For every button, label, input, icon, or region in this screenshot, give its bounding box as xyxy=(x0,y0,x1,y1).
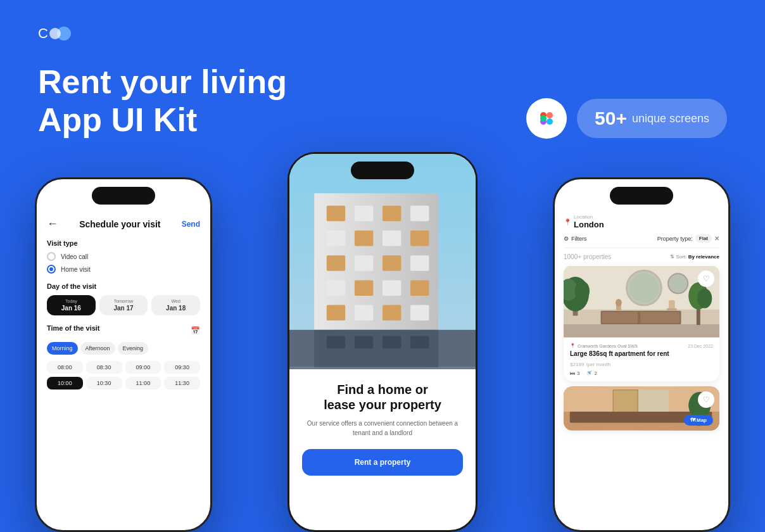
svg-rect-20 xyxy=(355,280,373,296)
svg-rect-13 xyxy=(382,231,401,246)
svg-point-1 xyxy=(547,112,553,118)
svg-rect-42 xyxy=(602,312,638,324)
svg-rect-15 xyxy=(327,255,345,271)
time-tabs: Morning Afternoon Evening xyxy=(47,342,200,355)
svg-rect-48 xyxy=(564,324,719,338)
svg-rect-10 xyxy=(410,206,429,222)
tab-evening[interactable]: Evening xyxy=(118,342,149,355)
day-wed[interactable]: Wed Jan 18 xyxy=(151,295,200,315)
radio-dot-home xyxy=(49,267,53,271)
beds-amenity: 🛏 3 xyxy=(570,370,579,376)
building-svg xyxy=(289,154,476,369)
svg-rect-22 xyxy=(410,280,429,296)
svg-rect-26 xyxy=(410,305,429,321)
card-1-amenities: 🛏 3 🚿 2 xyxy=(570,370,713,376)
find-home-content: Find a home or lease your property Our s… xyxy=(289,369,476,486)
logo-circle-1 xyxy=(49,28,61,39)
phone-notch-center xyxy=(351,162,414,179)
send-button[interactable]: Send xyxy=(182,220,200,229)
radio-video-call[interactable]: Video call xyxy=(47,252,200,261)
calendar-icon[interactable]: 📅 xyxy=(191,326,200,335)
property-card-1-image: ♡ xyxy=(564,265,719,338)
svg-rect-9 xyxy=(382,206,401,222)
sort-control[interactable]: ⇅ Sort: By relevance xyxy=(670,254,719,260)
property-card-1[interactable]: ♡ 📍 Cranworth Gardens Oval SW9 23 Dec 20… xyxy=(564,265,719,381)
slot-0800[interactable]: 08:00 xyxy=(47,361,83,374)
svg-rect-30 xyxy=(355,336,373,349)
slot-0900[interactable]: 09:00 xyxy=(125,361,161,374)
location-info: Location London xyxy=(574,214,604,229)
screens-badge: 50+ unique screens xyxy=(577,99,727,138)
visit-type-group: Video call Home visit xyxy=(47,252,200,274)
svg-rect-25 xyxy=(382,305,401,321)
slot-0930[interactable]: 09:30 xyxy=(164,361,200,374)
svg-rect-47 xyxy=(667,308,677,311)
logo-text: C xyxy=(38,25,47,42)
card-1-meta: 📍 Cranworth Gardens Oval SW9 23 Dec 2022 xyxy=(570,343,713,348)
svg-rect-32 xyxy=(410,336,429,349)
property-type-tag: Flat xyxy=(695,234,712,243)
card-1-price: $2199 /per month xyxy=(570,359,713,368)
favorite-button-1[interactable]: ♡ xyxy=(698,270,714,287)
location-pin-icon: 📍 xyxy=(564,218,571,225)
property-card-2[interactable]: ♡ 🗺 Map xyxy=(564,386,719,431)
card-1-title: Large 836sq ft apartment for rent xyxy=(570,350,713,357)
svg-rect-23 xyxy=(327,305,345,321)
day-tomorrow[interactable]: Tomorrow Jan 17 xyxy=(99,295,148,315)
property-type-label: Property type: xyxy=(657,236,693,242)
svg-rect-12 xyxy=(355,231,373,246)
svg-point-51 xyxy=(697,289,712,308)
svg-rect-18 xyxy=(410,255,429,271)
back-button[interactable]: ← xyxy=(47,217,58,231)
header: C xyxy=(38,25,71,42)
tab-afternoon[interactable]: Afternoon xyxy=(80,342,115,355)
svg-rect-8 xyxy=(355,206,373,222)
day-selector: Today Jan 16 Tomorrow Jan 17 Wed Jan 18 xyxy=(47,295,200,315)
svg-point-45 xyxy=(616,299,622,307)
day-today[interactable]: Today Jan 16 xyxy=(47,295,96,315)
phone-notch-left xyxy=(92,187,155,205)
svg-point-4 xyxy=(540,115,547,122)
radio-home-visit[interactable]: Home visit xyxy=(47,265,200,274)
visit-type-label: Visit type xyxy=(47,239,200,247)
schedule-title: Schedule your visit xyxy=(79,219,160,229)
card-1-address: 📍 Cranworth Gardens Oval SW9 xyxy=(570,343,638,348)
remove-filter-button[interactable]: ✕ xyxy=(714,235,719,242)
svg-rect-21 xyxy=(382,280,401,296)
svg-rect-17 xyxy=(382,255,401,271)
slot-1030[interactable]: 10:30 xyxy=(86,377,122,390)
location-city: London xyxy=(574,220,604,229)
slot-1130[interactable]: 11:30 xyxy=(164,377,200,390)
svg-rect-14 xyxy=(410,231,429,246)
tomorrow-date: Jan 17 xyxy=(102,305,146,312)
property-type-filter: Property type: Flat ✕ xyxy=(657,234,719,243)
slot-1000[interactable]: 10:00 xyxy=(47,377,83,390)
headline-line1: Rent your living xyxy=(38,63,287,101)
card-1-date: 23 Dec 2022 xyxy=(688,344,713,348)
room-svg xyxy=(564,265,719,338)
time-header: Time of the visit 📅 xyxy=(47,324,200,337)
filters-button[interactable]: ⚙ Filters xyxy=(564,236,587,242)
phone-find-home: Find a home or lease your property Our s… xyxy=(288,152,477,532)
tab-morning[interactable]: Morning xyxy=(47,342,78,355)
logo: C xyxy=(38,25,71,42)
rent-property-button[interactable]: Rent a property xyxy=(302,449,463,476)
find-home-title: Find a home or lease your property xyxy=(302,382,463,412)
filters-label: Filters xyxy=(571,236,587,242)
radio-circle-home xyxy=(47,265,56,274)
favorite-button-2[interactable]: ♡ xyxy=(698,391,714,408)
slot-0830[interactable]: 08:30 xyxy=(86,361,122,374)
map-button[interactable]: 🗺 Map xyxy=(684,415,713,426)
slot-1100[interactable]: 11:00 xyxy=(125,377,161,390)
building-image xyxy=(289,154,476,369)
wed-label: Wed xyxy=(154,299,198,303)
time-label: Time of the visit xyxy=(47,324,100,332)
location-label: Location xyxy=(574,214,604,220)
baths-amenity: 🚿 2 xyxy=(586,370,597,376)
svg-rect-29 xyxy=(327,336,345,349)
screens-label: unique screens xyxy=(632,112,709,125)
today-date: Jan 16 xyxy=(49,305,93,312)
listings-content: 📍 Location London ⚙ Filters Property typ… xyxy=(555,179,728,530)
schedule-header: ← Schedule your visit Send xyxy=(47,217,200,231)
svg-rect-19 xyxy=(327,280,345,296)
